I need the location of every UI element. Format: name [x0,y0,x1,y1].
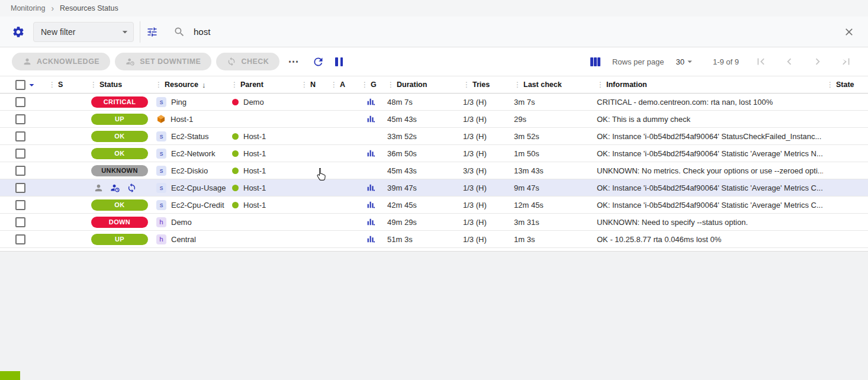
status-badge: UNKNOWN [91,165,148,176]
graph-icon[interactable] [366,97,375,107]
column-header-n[interactable]: ⋮N [297,80,327,89]
resource-name[interactable]: Central [171,235,196,244]
column-header-tries[interactable]: ⋮Tries [459,80,510,89]
filter-divider [140,21,140,43]
parent-name[interactable]: Demo [243,98,264,107]
pause-auto-refresh-button[interactable] [324,57,343,66]
refresh-button[interactable] [303,56,324,68]
resource-name[interactable]: Host-1 [171,115,193,124]
check-button[interactable]: CHECK [216,53,279,70]
settings-gear-icon[interactable] [12,25,25,38]
information-cell: OK: Instance 'i-0b54bd2f54af90064' Stati… [593,149,823,158]
table-row[interactable]: OKsEc2-Cpu-CreditHost-142m 45s1/3 (H)12m… [0,197,868,214]
column-header-severity[interactable]: ⋮S [45,80,86,89]
row-checkbox[interactable] [15,97,25,107]
column-header-status[interactable]: ⋮Status [86,80,152,89]
set-downtime-button[interactable]: SET DOWNTIME [115,53,211,70]
resource-name[interactable]: Ec2-Diskio [171,166,208,175]
column-header-resource[interactable]: ⋮Resource↓ [152,80,227,89]
acknowledge-label: ACKNOWLEDGE [37,57,99,66]
duration-cell: 42m 45s [384,201,459,210]
select-rows-dropdown-icon[interactable] [26,79,37,91]
resource-name[interactable]: Ec2-Status [171,132,209,141]
column-header-last-check[interactable]: ⋮Last check [510,80,593,89]
column-header-g[interactable]: ⋮G [358,80,384,89]
parent-name[interactable]: Host-1 [243,201,266,210]
row-checkbox[interactable] [15,200,25,210]
first-page-button[interactable] [754,55,767,68]
parent-name[interactable]: Host-1 [243,183,266,192]
graph-icon[interactable] [366,234,375,244]
parent-name[interactable]: Host-1 [243,166,266,175]
column-header-parent[interactable]: ⋮Parent [227,80,297,89]
row-checkbox[interactable] [15,166,25,176]
table-row[interactable]: OKsEc2-StatusHost-133m 52s1/3 (H)3m 52sO… [0,128,868,145]
parent-cell: Host-1 [227,132,297,141]
graph-cell [358,183,384,192]
graph-cell [358,217,384,227]
aws-host-icon [156,114,166,124]
duration-cell: 51m 3s [384,235,459,244]
last-page-button[interactable] [840,55,853,68]
more-actions-button[interactable]: ⋯ [288,59,299,65]
filter-preset-select[interactable]: New filter [33,22,134,42]
last-check-cell: 9m 47s [510,183,593,192]
search-input[interactable] [194,27,843,37]
column-header-duration[interactable]: ⋮Duration [384,80,459,89]
table-row[interactable]: CRITICALsPingDemo48m 7s1/3 (H)3m 7sCRITI… [0,94,868,111]
resource-name[interactable]: Ping [171,98,187,107]
graph-cell [358,97,384,107]
select-all-checkbox[interactable] [15,80,25,90]
parent-cell: Host-1 [227,166,297,175]
rows-per-page-value: 30 [676,57,684,66]
resource-name[interactable]: Ec2-Cpu-Usage [171,183,226,192]
next-page-button[interactable] [811,55,824,68]
parent-cell: Host-1 [227,201,297,210]
breadcrumb-resources-status[interactable]: Resources Status [60,4,118,12]
graph-icon[interactable] [366,217,375,227]
edit-columns-button[interactable] [590,57,600,66]
graph-icon[interactable] [366,183,375,192]
duration-cell: 39m 47s [384,183,459,192]
graph-icon[interactable] [366,114,375,124]
last-check-cell: 3m 7s [510,98,593,107]
column-header-state[interactable]: ⋮State [823,80,868,89]
information-cell: OK: Instance 'i-0b54bd2f54af90064' Stati… [593,201,823,210]
parent-status-dot [232,99,239,105]
column-header-a[interactable]: ⋮A [327,80,358,89]
table-row[interactable]: UNKNOWNsEc2-DiskioHost-145m 43s3/3 (H)13… [0,162,868,179]
row-checkbox[interactable] [15,131,25,141]
previous-page-button[interactable] [783,55,796,68]
tries-cell: 3/3 (H) [459,166,510,175]
tries-cell: 1/3 (H) [459,115,510,124]
breadcrumb-monitoring[interactable]: Monitoring [11,4,45,12]
table-row[interactable]: sEc2-Cpu-UsageHost-139m 47s1/3 (H)9m 47s… [0,179,868,197]
acknowledge-button[interactable]: ACKNOWLEDGE [12,53,110,70]
row-checkbox[interactable] [15,217,25,227]
row-checkbox[interactable] [15,149,25,159]
resource-cell: sEc2-Cpu-Usage [152,183,227,193]
table-row[interactable]: UPHost-145m 43s1/3 (H)29sOK: This is a d… [0,111,868,128]
graph-icon[interactable] [366,200,375,210]
status-badge: CRITICAL [91,96,148,108]
resource-type-badge: h [156,217,166,227]
parent-name[interactable]: Host-1 [243,149,266,158]
table-row[interactable]: DOWNhDemo49m 29s1/3 (H)3m 31sUNKNOWN: Ne… [0,214,868,231]
tune-filters-icon[interactable] [146,26,158,38]
resource-name[interactable]: Ec2-Cpu-Credit [171,201,224,210]
clear-search-icon[interactable] [843,26,855,38]
graph-icon[interactable] [366,149,375,158]
resource-name[interactable]: Demo [171,218,192,227]
last-check-cell: 1m 50s [510,149,593,158]
tries-cell: 1/3 (H) [459,98,510,107]
row-checkbox[interactable] [15,183,25,193]
row-checkbox[interactable] [15,234,25,244]
rows-per-page-select[interactable]: 30 [676,56,695,67]
graph-cell [358,114,384,124]
resource-name[interactable]: Ec2-Network [171,149,215,158]
column-header-information[interactable]: ⋮Information [593,80,823,89]
parent-name[interactable]: Host-1 [243,132,266,141]
row-checkbox[interactable] [15,114,25,124]
table-row[interactable]: UPhCentral51m 3s1/3 (H)1m 3sOK - 10.25.8… [0,231,868,248]
table-row[interactable]: OKsEc2-NetworkHost-136m 50s1/3 (H)1m 50s… [0,145,868,162]
